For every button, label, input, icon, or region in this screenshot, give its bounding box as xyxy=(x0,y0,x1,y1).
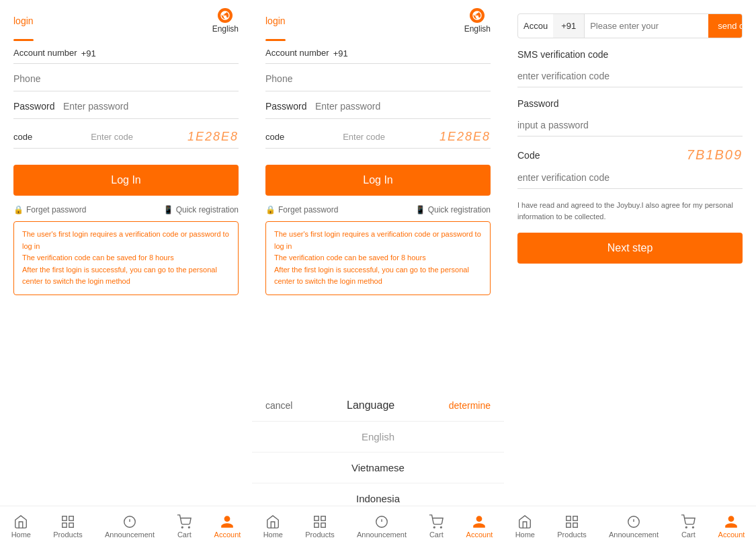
left-password-input[interactable] xyxy=(63,98,181,114)
left-nav-cart[interactable]: Cart xyxy=(177,514,192,539)
right-nav-products[interactable]: Products xyxy=(557,514,586,539)
middle-notice-line2: The verification code can be saved for 8… xyxy=(274,252,482,264)
svg-point-25 xyxy=(686,526,687,528)
account-icon xyxy=(220,514,235,529)
middle-phone-input[interactable] xyxy=(265,71,491,87)
right-account-icon xyxy=(724,514,739,529)
left-account-row: Account number +91 xyxy=(13,48,239,59)
left-captcha: 1E28E8 xyxy=(187,130,239,144)
middle-forget-password[interactable]: 🔒 Forget password xyxy=(265,205,338,214)
left-lang-btn[interactable]: English xyxy=(212,8,239,34)
middle-panel-wrapper: login English Account number +91 xyxy=(252,0,504,546)
cart-icon xyxy=(177,514,192,529)
right-home-icon xyxy=(517,514,532,529)
middle-header: login English xyxy=(252,0,504,34)
left-phone-input[interactable] xyxy=(13,71,239,87)
svg-point-16 xyxy=(434,526,435,528)
right-send-code-btn[interactable]: send code xyxy=(708,14,743,38)
left-code-label: code xyxy=(13,132,32,142)
left-account-label: Account number xyxy=(13,48,77,58)
left-account-group: Account number +91 xyxy=(13,48,239,64)
right-bottom-nav: Home Products Announcement Cart Account xyxy=(504,506,756,546)
right-captcha: 7B1B09 xyxy=(687,147,743,163)
right-nav-announcement[interactable]: Announcement xyxy=(609,514,659,539)
left-login-btn[interactable]: Log In xyxy=(13,165,239,196)
right-sms-input[interactable] xyxy=(517,65,743,87)
left-lang-label: English xyxy=(212,24,239,34)
right-products-icon xyxy=(564,514,579,529)
right-password-input[interactable] xyxy=(517,114,743,136)
svg-point-26 xyxy=(693,526,694,528)
language-item-english[interactable]: English xyxy=(252,422,504,453)
middle-notice-box: The user's first login requires a verifi… xyxy=(265,221,491,295)
middle-nav-account-label: Account xyxy=(466,531,493,539)
svg-point-17 xyxy=(441,526,442,528)
right-panel: Accou +91 send code SMS verification cod… xyxy=(504,0,756,546)
right-cart-icon xyxy=(681,514,696,529)
middle-nav-products[interactable]: Products xyxy=(305,514,334,539)
middle-nav-cart[interactable]: Cart xyxy=(429,514,444,539)
svg-point-7 xyxy=(182,526,183,528)
middle-tab-bar xyxy=(265,39,286,41)
middle-form: Account number +91 Password code Enter c… xyxy=(252,48,504,221)
middle-account-label: Account number xyxy=(265,48,329,58)
left-nav-announcement[interactable]: Announcement xyxy=(105,514,155,539)
right-phone-input[interactable] xyxy=(585,14,708,38)
products-icon xyxy=(60,514,75,529)
right-country-code: +91 xyxy=(553,14,585,38)
left-nav-account[interactable]: Account xyxy=(214,514,241,539)
language-title: Language xyxy=(347,399,394,412)
middle-login-btn[interactable]: Log In xyxy=(265,165,491,196)
left-nav-products[interactable]: Products xyxy=(53,514,82,539)
home-icon xyxy=(13,514,28,529)
right-account-label: Accou xyxy=(518,14,553,38)
right-code-input[interactable] xyxy=(517,167,743,189)
right-nav-home[interactable]: Home xyxy=(515,514,535,539)
middle-nav-home[interactable]: Home xyxy=(263,514,283,539)
middle-quick-registration[interactable]: 📱 Quick registration xyxy=(415,205,491,214)
phone-icon: 📱 xyxy=(163,205,173,214)
right-nav-cart[interactable]: Cart xyxy=(681,514,696,539)
left-login-text[interactable]: login xyxy=(13,15,34,26)
left-password-label: Password xyxy=(13,101,54,112)
svg-rect-20 xyxy=(566,522,571,526)
right-code-section: Code 7B1B09 xyxy=(517,147,743,163)
left-code-placeholder: Enter code xyxy=(91,132,133,142)
left-quick-registration[interactable]: 📱 Quick registration xyxy=(163,205,239,214)
left-forget-password[interactable]: 🔒 Forget password xyxy=(13,205,86,214)
svg-rect-12 xyxy=(321,522,325,526)
middle-home-icon xyxy=(265,514,280,529)
svg-rect-3 xyxy=(69,522,73,526)
language-cancel-btn[interactable]: cancel xyxy=(265,400,292,411)
middle-lock-icon: 🔒 xyxy=(265,205,276,214)
left-notice-line1: The user's first login requires a verifi… xyxy=(22,229,230,252)
right-nav-announcement-label: Announcement xyxy=(609,531,659,539)
middle-nav-cart-label: Cart xyxy=(429,531,444,539)
svg-rect-2 xyxy=(62,522,67,526)
language-determine-btn[interactable]: determine xyxy=(449,400,491,411)
left-nav-products-label: Products xyxy=(53,531,82,539)
right-next-step-btn[interactable]: Next step xyxy=(517,233,743,264)
middle-nav-account[interactable]: Account xyxy=(466,514,493,539)
middle-notice-line1: The user's first login requires a verifi… xyxy=(274,229,482,252)
right-nav-account[interactable]: Account xyxy=(718,514,745,539)
left-country-code: +91 xyxy=(81,48,96,58)
middle-products-icon xyxy=(312,514,327,529)
left-nav-cart-label: Cart xyxy=(177,531,192,539)
left-nav-home[interactable]: Home xyxy=(11,514,31,539)
left-panel: login English Account number +91 Passwor… xyxy=(0,0,252,546)
middle-lang-btn[interactable]: English xyxy=(464,8,491,34)
language-item-vietnamese[interactable]: Vietnamese xyxy=(252,453,504,483)
right-form: Accou +91 send code SMS verification cod… xyxy=(504,0,756,277)
right-agreement-text: I have read and agreed to the Joybuy.I a… xyxy=(517,200,743,222)
middle-announcement-icon xyxy=(374,514,389,529)
middle-nav-announcement[interactable]: Announcement xyxy=(357,514,407,539)
middle-login-text[interactable]: login xyxy=(265,15,286,26)
middle-bg-form: login English Account number +91 xyxy=(252,0,504,336)
left-bottom-nav: Home Products Announcement Cart xyxy=(0,506,252,546)
middle-phone-icon: 📱 xyxy=(415,205,425,214)
middle-account-group: Account number +91 xyxy=(265,48,491,64)
svg-rect-10 xyxy=(321,516,325,520)
middle-password-input[interactable] xyxy=(315,98,433,114)
svg-rect-18 xyxy=(566,516,571,520)
